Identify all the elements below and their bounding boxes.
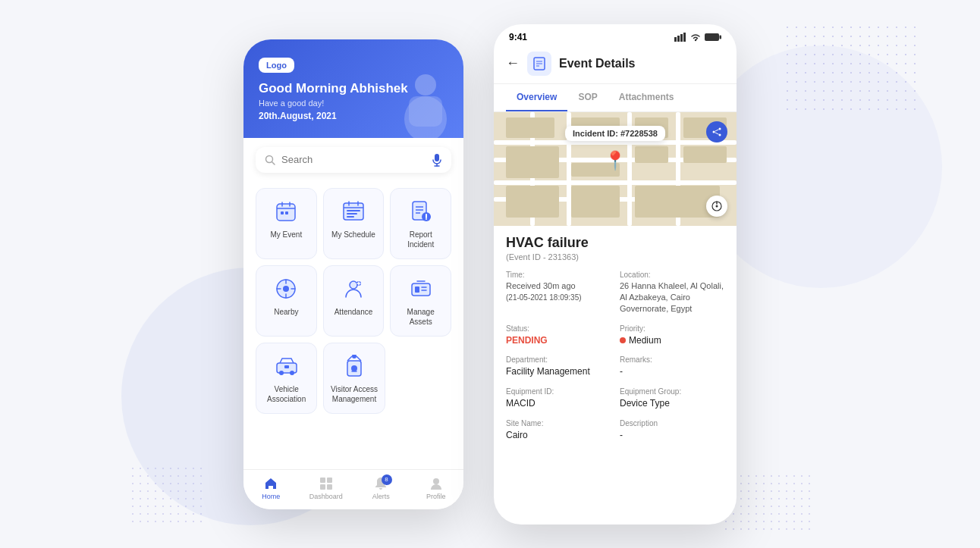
- svg-rect-38: [412, 283, 430, 296]
- detail-status-label: Status:: [506, 324, 611, 333]
- svg-rect-59: [677, 36, 680, 42]
- event-id: (Event ID - 231363): [506, 252, 724, 261]
- svg-rect-54: [327, 478, 332, 483]
- visitor-access-icon: [341, 352, 368, 380]
- battery-icon: [705, 33, 721, 42]
- svg-rect-13: [285, 211, 288, 215]
- wifi-icon: [689, 33, 702, 42]
- grid-item-manage-assets[interactable]: Manage Assets: [390, 265, 451, 337]
- nearby-icon: [272, 275, 300, 302]
- detail-equipment-group: Equipment Group: Device Type: [620, 387, 724, 410]
- svg-rect-18: [347, 216, 354, 218]
- svg-point-45: [290, 371, 294, 375]
- svg-line-73: [715, 132, 719, 133]
- grid-item-nearby[interactable]: Nearby: [256, 265, 317, 337]
- detail-description-label: Description: [620, 419, 724, 427]
- nav-home[interactable]: Home: [243, 476, 299, 500]
- phone2-header: ← Event Details: [494, 45, 737, 84]
- phone1-header: Logo Good Morning Abhishek Have a good d…: [243, 39, 463, 138]
- priority-dot: [620, 337, 626, 343]
- grid-item-my-schedule[interactable]: My Schedule: [323, 188, 385, 259]
- event-title: HVAC failure: [506, 235, 724, 251]
- details-grid: Time: Received 30m ago(21-05-2021 18:09:…: [506, 271, 724, 442]
- my-event-icon: [272, 198, 300, 225]
- svg-rect-17: [347, 213, 357, 215]
- detail-time-value: Received 30m ago(21-05-2021 18:09:35): [506, 280, 611, 304]
- search-bar[interactable]: [256, 147, 451, 173]
- svg-point-29: [283, 286, 289, 292]
- grid-label-my-event: My Event: [270, 230, 302, 240]
- detail-time: Time: Received 30m ago(21-05-2021 18:09:…: [506, 271, 611, 315]
- header-icon: [527, 52, 551, 76]
- event-content: HVAC failure (Event ID - 231363) Time: R…: [494, 226, 737, 525]
- status-time: 9:41: [509, 32, 527, 42]
- svg-line-72: [715, 129, 719, 130]
- share-button[interactable]: [706, 121, 727, 142]
- svg-rect-58: [674, 37, 677, 42]
- svg-rect-39: [415, 287, 419, 293]
- report-incident-icon: [407, 198, 435, 225]
- compass-button[interactable]: [706, 196, 727, 217]
- grid-label-visitor-access: Visitor Access Management: [330, 384, 378, 404]
- tab-overview[interactable]: Overview: [506, 84, 567, 111]
- vehicle-icon: [273, 352, 300, 380]
- status-bar: 9:41: [494, 24, 737, 45]
- detail-priority: Priority: Medium: [620, 324, 724, 347]
- svg-point-48: [352, 355, 357, 359]
- svg-point-51: [351, 365, 357, 371]
- svg-point-27: [426, 218, 427, 220]
- grid-item-attendance[interactable]: Attendance: [323, 265, 385, 337]
- detail-location-label: Location:: [620, 271, 724, 279]
- detail-equipment-id-label: Equipment ID:: [506, 387, 611, 396]
- grid-item-vehicle[interactable]: Vehicle Association: [256, 343, 317, 414]
- grid-row-1: My Event My Schedul: [256, 188, 451, 259]
- svg-point-70: [713, 130, 715, 133]
- detail-location: Location: 26 Hanna Khaleel, Al Qolali, A…: [620, 271, 724, 315]
- tab-sop[interactable]: SOP: [567, 84, 608, 111]
- nav-home-label: Home: [262, 493, 280, 500]
- svg-point-57: [433, 478, 439, 484]
- grid-item-visitor-access[interactable]: Visitor Access Management: [323, 343, 385, 414]
- tab-attachments[interactable]: Attachments: [608, 84, 685, 111]
- nav-alerts[interactable]: 8 Alerts: [353, 476, 409, 500]
- detail-department-label: Department:: [506, 355, 611, 364]
- grid-container: My Event My Schedul: [243, 182, 463, 469]
- grid-row-3: Vehicle Association Visitor Access: [256, 343, 451, 414]
- search-input[interactable]: [281, 154, 426, 165]
- svg-point-34: [350, 281, 357, 289]
- nav-dashboard[interactable]: Dashboard: [299, 476, 354, 500]
- svg-rect-53: [320, 478, 325, 483]
- grid-item-my-event[interactable]: My Event: [256, 188, 317, 259]
- detail-remarks-label: Remarks:: [620, 355, 724, 364]
- grid-item-report-incident[interactable]: Report Incident: [390, 188, 451, 259]
- phone1: Logo Good Morning Abhishek Have a good d…: [243, 39, 463, 509]
- grid-label-attendance: Attendance: [335, 307, 373, 317]
- detail-status: Status: PENDING: [506, 324, 611, 347]
- back-button[interactable]: ←: [506, 55, 520, 71]
- detail-site-name: Site Name: Cairo: [506, 419, 611, 442]
- svg-rect-55: [320, 484, 325, 490]
- svg-point-44: [279, 371, 284, 375]
- grid-label-nearby: Nearby: [274, 307, 298, 317]
- bg-dots-top-right: [783, 23, 919, 114]
- home-icon: [263, 476, 278, 491]
- detail-equipment-group-label: Equipment Group:: [620, 387, 724, 396]
- my-schedule-icon: [340, 198, 367, 225]
- detail-description-value: -: [620, 429, 724, 442]
- detail-site-name-label: Site Name:: [506, 419, 611, 427]
- detail-remarks-value: -: [620, 365, 724, 378]
- detail-description: Description -: [620, 419, 724, 442]
- svg-point-69: [719, 127, 721, 130]
- detail-department-value: Facility Management: [506, 365, 611, 378]
- event-details-icon: [532, 57, 546, 70]
- header-title: Event Details: [559, 57, 635, 70]
- mic-icon: [432, 153, 442, 167]
- detail-priority-label: Priority:: [620, 324, 724, 333]
- signal-icon: [674, 33, 686, 42]
- detail-equipment-id-value: MACID: [506, 397, 611, 410]
- detail-location-value: 26 Hanna Khaleel, Al Qolali, Al Azbakeya…: [620, 280, 724, 315]
- detail-department: Department: Facility Management: [506, 355, 611, 378]
- nav-profile[interactable]: Profile: [409, 476, 464, 500]
- compass-icon: [711, 201, 722, 211]
- grid-row-2: Nearby Attendance: [256, 265, 451, 337]
